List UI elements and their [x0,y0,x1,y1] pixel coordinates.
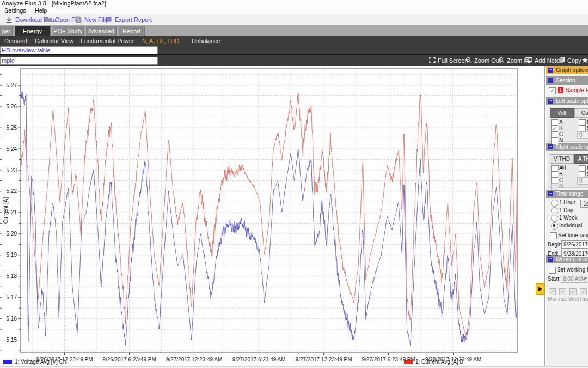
left-scale-phase-label: A [559,119,563,125]
download-icon [5,16,13,23]
table-title-row [0,46,588,54]
menu-bar: SettingsHelp [0,7,588,14]
new-file-button[interactable]: New File [75,15,108,24]
chart-toolbar-label: Full Screen [438,57,468,64]
time-range-radio-1-day[interactable] [551,207,558,214]
time-range-header[interactable]: −Time range [546,190,588,198]
chart-area: 5.275.265.255.245.235.225.215.205.195.18… [0,66,588,366]
time-range-radio-label: 1 Week [559,215,578,221]
window-title: Analyze Plus 3.8 - [MixingPlantA2.fca2] [0,0,588,7]
start-label: Start [548,276,559,282]
time-range-radio-1-week[interactable] [551,215,558,222]
left-scale-phase-n[interactable] [551,137,558,144]
subtab-bar: DemandCalendar ViewFundamental PowerV, A… [0,36,588,46]
subtab-demand[interactable]: Demand [4,36,27,46]
full-screen-button[interactable]: Full Screen [429,56,468,65]
subtab-fundamental-power[interactable]: Fundamental Power [81,36,134,46]
session-header[interactable]: −Session [546,76,588,85]
export-report-button[interactable]: Export Report [105,15,152,24]
voltage-legend-swatch [3,360,12,364]
start-time-spinner[interactable]: 8:00 AM▴▾ [561,275,587,283]
set-working-hours-label: Set working hours [557,267,588,273]
end-date-select[interactable]: 9/28/2017∨ [561,250,588,258]
menu-settings[interactable]: Settings [0,7,30,14]
graph-title-input[interactable] [0,57,158,65]
right-scale-phase-label: C [559,177,563,183]
left-scale-tab-volt[interactable]: Volt [550,108,574,118]
right-scale-scale-value-input[interactable]: 0 [577,177,588,185]
zoom-out-button[interactable]: Zoom Out [465,56,501,65]
tab-ger[interactable]: ger [0,26,13,36]
day-checkbox-tue: ✓ [559,288,566,295]
new-file-icon [75,16,82,23]
day-label-mon: Mon [548,296,558,302]
set-working-hours-checkbox[interactable] [549,267,556,274]
svg-text:5.26: 5.26 [7,104,17,110]
add-notes-button[interactable]: Add Notes [525,56,562,65]
left-scale-header[interactable]: −Left scale options [546,97,588,105]
time-range-radio-individual[interactable] [551,222,558,230]
tab-energy-study[interactable]: Energy Study [15,26,51,36]
panel-collapse-button[interactable]: ▶ [536,283,545,295]
full-screen-icon [429,57,436,64]
chart-toolbar-label: Zoom Out [474,57,501,64]
collapse-icon[interactable]: − [548,191,553,196]
time-range-radio-1-hour[interactable] [551,200,558,207]
zoom-in-button[interactable]: Zoom In [498,56,529,65]
section-header-label: Graph options [556,66,588,74]
tab-report[interactable]: Report [119,26,145,36]
time-range-radio-label: 1 Day [559,207,573,213]
tab-advanced[interactable]: Advanced [86,26,117,36]
day-label-tue: Tue [558,296,567,302]
graph-options-panel: −Graph options−Session−Left scale option… [546,66,588,366]
collapse-icon[interactable]: − [548,257,553,262]
svg-text:5.25: 5.25 [7,125,17,131]
right-scale-phase-n [551,183,558,190]
subtab-v-a-hz-thd[interactable]: V, A, Hz, THD [143,36,179,46]
main-toolbar: Download DataOpen FileNew FileExport Rep… [0,14,588,26]
time-series-chart[interactable]: 5.275.265.255.245.235.225.215.205.195.18… [0,66,544,357]
subtab-calendar-view[interactable]: Calendar View [35,36,74,46]
x-axis-tick-label: 9/26/2017 6:23:49 PM [102,357,156,363]
set-time-range-checkbox[interactable] [550,232,557,239]
app-window: Analyze Plus 3.8 - [MixingPlantA2.fca2] … [0,0,588,368]
tab-pq-study[interactable]: PQ+ Study [53,26,84,36]
x-axis-tick-label: 9/28/2017 12:23:49 AM [425,357,481,363]
star-icon [581,57,588,65]
left-scale-scale-value-input[interactable]: 0 [577,131,588,139]
svg-text:5.17: 5.17 [7,294,17,300]
session-number-badge: 1 [558,87,564,93]
left-scale-phase-label: B [559,125,563,131]
collapse-icon[interactable]: − [548,68,553,73]
right-scale-tab-a-thd-[interactable]: A THD [%] [574,154,588,164]
chevron-down-icon: ∨ [585,250,588,257]
day-label-thu: Thu [579,296,588,302]
graph-options-header[interactable]: −Graph options [546,66,588,74]
collapse-icon[interactable]: − [548,144,553,149]
section-header-label: Right scale options [556,143,588,151]
copy-button[interactable]: Copy [559,56,581,65]
subtab-unbalance[interactable]: Unbalance [192,36,220,46]
collapse-icon[interactable]: − [548,78,553,83]
spinner-arrows-icon[interactable]: ▴▾ [583,275,586,282]
left-scale-phase-label: C [559,131,563,137]
toolbar-label: New File [84,16,108,23]
panel-separator [544,66,545,366]
menu-help[interactable]: Help [30,7,52,14]
set-time-range-label: Set time range [558,232,588,238]
x-axis-tick-label: 9/26/2017 12:23:49 PM [36,357,93,363]
table-title-input[interactable] [0,46,158,55]
right-scale-phase-label: B [559,171,563,177]
preset-1d-button[interactable]: 1d [580,200,588,208]
session-checkbox[interactable]: ✓ [549,87,556,94]
collapse-icon[interactable]: − [548,99,553,104]
day-label-wed: Wed [568,296,579,302]
day-checkbox-thu: ✓ [580,288,587,295]
session-file-label[interactable]: Sample File [566,87,588,93]
x-axis-tick-label: 9/27/2017 6:23:49 AM [232,357,286,363]
extra-button[interactable] [581,56,588,65]
left-scale-tab-curr-a-[interactable]: Curr [A] [574,108,588,118]
tab-bar: gerEnergy StudyPQ+ StudyAdvancedReport [0,25,588,36]
right-scale-tab-v-thd-[interactable]: V THD [%] [550,154,574,164]
begin-date-select[interactable]: 9/26/2017∨ [561,240,588,249]
